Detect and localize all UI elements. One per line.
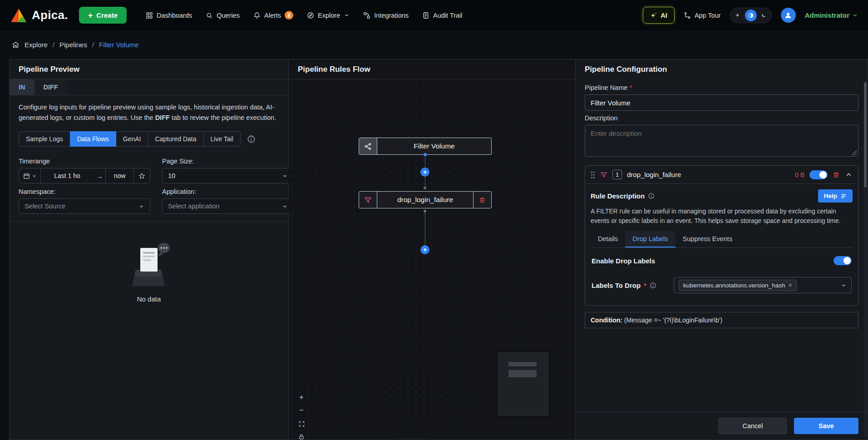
flow-node-rule[interactable]: drop_login_failure [359, 191, 492, 208]
drag-handle-icon[interactable] [591, 171, 595, 178]
collapse-rule-button[interactable] [845, 171, 853, 178]
cancel-button[interactable]: Cancel [719, 418, 787, 434]
application-select[interactable]: Select application [162, 198, 294, 214]
tab-details[interactable]: Details [591, 231, 625, 247]
theme-dark-button[interactable] [758, 10, 770, 21]
config-panel-title: Pipeline Configuration [576, 59, 868, 79]
flow-canvas[interactable]: Filter Volume + drop_login_failure + + [289, 79, 575, 440]
zoom-out-button[interactable]: − [296, 405, 307, 416]
calendar-button[interactable] [19, 168, 41, 183]
source-tab-captured-data[interactable]: Captured Data [148, 131, 203, 147]
rule-description-text: A FILTER rule can be useful in managing … [591, 207, 853, 226]
breadcrumb-separator: / [53, 41, 54, 49]
contrast-icon [748, 12, 754, 19]
nav-menu: Dashboards Queries Alerts 8 Explore Inte… [146, 11, 462, 20]
rule-card-header[interactable]: 1 drop_login_failure 0 B [585, 166, 858, 184]
labels-to-drop-row: Labels To Drop * kubernetes.annotations.… [591, 275, 853, 300]
nav-label: Integrations [374, 12, 409, 19]
app-tour-icon [684, 12, 691, 19]
source-tab-data-flows[interactable]: Data Flows [70, 131, 116, 147]
help-button[interactable]: Help [818, 189, 853, 203]
fit-view-button[interactable] [296, 418, 307, 429]
flow-node-source[interactable]: Filter Volume [359, 138, 492, 155]
remove-tag-button[interactable]: × [788, 282, 792, 288]
timerange-to[interactable]: now [105, 168, 133, 183]
create-label: Create [96, 11, 118, 19]
chevron-down-icon [32, 173, 37, 178]
ai-button[interactable]: AI [643, 7, 675, 24]
apica-logo-icon [10, 8, 27, 23]
save-button[interactable]: Save [794, 418, 858, 434]
nav-item-integrations[interactable]: Integrations [363, 12, 409, 19]
labels-to-drop-select[interactable]: kubernetes.annotations.version_hash × [674, 277, 852, 293]
breadcrumb-explore[interactable]: Explore [25, 41, 48, 49]
page-size-value: 10 [168, 172, 175, 179]
nav-item-explore[interactable]: Explore [307, 12, 350, 19]
user-menu[interactable]: Administrator [805, 11, 858, 19]
preview-panel-title: Pipeline Preview [10, 59, 288, 79]
rule-card: 1 drop_login_failure 0 B Rule Descriptio… [585, 165, 858, 306]
flow-panel-title: Pipeline Rules Flow [289, 59, 575, 79]
trash-icon [479, 197, 486, 203]
source-tab-genai[interactable]: GenAI [116, 131, 148, 147]
intro-part2: tab to review the pipeline execution. [170, 114, 276, 121]
sparkle-icon [735, 12, 740, 18]
intro-bold: DIFF [155, 114, 170, 121]
user-avatar[interactable] [781, 8, 796, 23]
info-icon[interactable] [247, 135, 256, 143]
namespace-select[interactable]: Select Source [19, 198, 150, 214]
rule-name: drop_login_failure [627, 171, 681, 178]
nav-item-alerts[interactable]: Alerts 8 [253, 11, 293, 20]
condition-strip: Condition: (Message =~ '(?i)\bLoginFailu… [585, 312, 858, 328]
rule-description-title: Rule Description [591, 192, 655, 200]
preview-intro-text: Configure log inputs for pipeline previe… [10, 95, 288, 127]
nav-label: Alerts [264, 12, 281, 19]
chevron-down-icon [282, 203, 288, 209]
flow-minimap[interactable] [498, 353, 548, 415]
create-button[interactable]: + Create [79, 7, 127, 24]
page-size-select[interactable]: 10 [162, 168, 294, 183]
node-handle-dot [424, 187, 426, 189]
brand[interactable]: Apica. [10, 8, 68, 23]
tab-drop-labels[interactable]: Drop Labels [625, 231, 675, 247]
source-tab-live-tail[interactable]: Live Tail [203, 131, 241, 147]
pipeline-configuration-panel: Pipeline Configuration Pipeline Name * D… [576, 59, 868, 440]
timerange-control: Last 1 ho → now [19, 168, 150, 183]
description-textarea[interactable] [585, 125, 858, 157]
source-tab-sample-logs[interactable]: Sample Logs [19, 131, 70, 147]
tab-suppress-events[interactable]: Suppress Events [676, 231, 740, 247]
timerange-from[interactable]: Last 1 ho [41, 172, 94, 179]
tab-diff[interactable]: DIFF [35, 79, 67, 95]
namespace-label: Namespace: [19, 188, 150, 195]
rule-enabled-toggle[interactable] [809, 170, 828, 179]
enable-drop-labels-toggle[interactable] [833, 256, 852, 265]
rule-index-badge: 1 [612, 170, 622, 179]
info-icon[interactable] [650, 282, 656, 289]
theme-auto-button[interactable] [732, 10, 744, 21]
user-name: Administrator [805, 11, 849, 19]
nav-item-audit-trail[interactable]: Audit Trail [422, 12, 462, 19]
delete-rule-button[interactable] [833, 171, 840, 178]
tab-in[interactable]: IN [10, 79, 35, 95]
rule-node-label: drop_login_failure [377, 196, 473, 204]
condition-value: (Message =~ '(?i)\bLoginFailure\b') [622, 316, 722, 324]
delete-rule-node-button[interactable] [473, 192, 491, 208]
add-rule-button-1[interactable]: + [420, 168, 429, 177]
nav-item-dashboards[interactable]: Dashboards [146, 12, 192, 19]
add-rule-button-2[interactable]: + [420, 245, 429, 254]
favorite-timerange-button[interactable] [133, 168, 150, 183]
filter-funnel-icon [364, 196, 372, 204]
application-placeholder: Select application [168, 203, 220, 210]
lock-button[interactable] [296, 431, 307, 440]
zoom-in-button[interactable]: + [296, 392, 307, 403]
brand-text: Apica. [32, 8, 68, 22]
theme-contrast-button[interactable] [745, 10, 757, 21]
pipeline-name-input[interactable] [585, 94, 858, 111]
breadcrumb-pipelines[interactable]: Pipelines [59, 41, 87, 49]
app-tour-button[interactable]: App Tour [684, 12, 721, 19]
rule-card-body: Rule Description Help A FILTER rule can … [585, 184, 858, 305]
info-icon[interactable] [648, 193, 655, 199]
nav-item-queries[interactable]: Queries [206, 12, 240, 19]
home-icon[interactable] [12, 41, 20, 49]
scrollbar-thumb[interactable] [864, 82, 867, 188]
